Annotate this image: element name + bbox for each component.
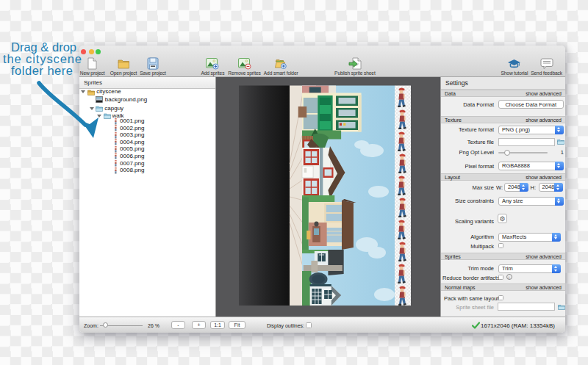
svg-text:folder here: folder here: [11, 64, 73, 77]
